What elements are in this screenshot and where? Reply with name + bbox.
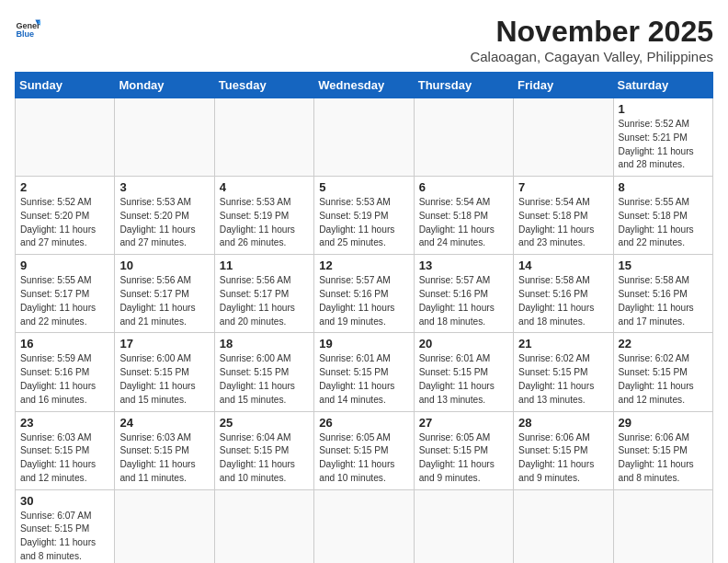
cell-content: Sunrise: 6:07 AM Sunset: 5:15 PM Dayligh…	[20, 510, 109, 563]
calendar-cell	[115, 489, 214, 563]
day-number: 12	[319, 259, 408, 272]
day-number: 15	[619, 259, 708, 272]
calendar-cell: 13Sunrise: 5:57 AM Sunset: 5:16 PM Dayli…	[414, 255, 513, 333]
calendar-cell: 1Sunrise: 5:52 AM Sunset: 5:21 PM Daylig…	[613, 98, 712, 177]
cell-content: Sunrise: 6:04 AM Sunset: 5:15 PM Dayligh…	[220, 431, 309, 486]
calendar-cell: 27Sunrise: 6:05 AM Sunset: 5:15 PM Dayli…	[414, 411, 513, 489]
header: General Blue November 2025 Calaoagan, Ca…	[15, 15, 713, 64]
calendar-cell: 29Sunrise: 6:06 AM Sunset: 5:15 PM Dayli…	[613, 411, 712, 489]
cell-content: Sunrise: 6:05 AM Sunset: 5:15 PM Dayligh…	[319, 431, 408, 486]
calendar-cell	[514, 98, 613, 177]
cell-content: Sunrise: 5:56 AM Sunset: 5:17 PM Dayligh…	[119, 274, 209, 328]
calendar-cell: 12Sunrise: 5:57 AM Sunset: 5:16 PM Dayli…	[314, 255, 414, 333]
cell-content: Sunrise: 6:06 AM Sunset: 5:15 PM Dayligh…	[518, 431, 608, 486]
weekday-wednesday: Wednesday	[314, 73, 414, 98]
cell-content: Sunrise: 6:00 AM Sunset: 5:15 PM Dayligh…	[119, 352, 209, 407]
calendar-cell: 2Sunrise: 5:52 AM Sunset: 5:20 PM Daylig…	[16, 177, 115, 255]
day-number: 4	[220, 180, 309, 194]
day-number: 10	[119, 259, 209, 272]
day-number: 28	[518, 416, 608, 430]
day-number: 24	[119, 416, 209, 430]
calendar-cell: 4Sunrise: 5:53 AM Sunset: 5:19 PM Daylig…	[214, 177, 313, 255]
month-title: November 2025	[470, 15, 713, 49]
cell-content: Sunrise: 5:54 AM Sunset: 5:18 PM Dayligh…	[518, 196, 608, 250]
week-row-5: 23Sunrise: 6:03 AM Sunset: 5:15 PM Dayli…	[16, 411, 713, 489]
week-row-1: 1Sunrise: 5:52 AM Sunset: 5:21 PM Daylig…	[16, 98, 713, 177]
calendar-cell	[613, 489, 712, 563]
cell-content: Sunrise: 6:05 AM Sunset: 5:15 PM Dayligh…	[419, 431, 508, 486]
day-number: 17	[119, 337, 209, 350]
cell-content: Sunrise: 5:52 AM Sunset: 5:20 PM Dayligh…	[20, 196, 109, 250]
day-number: 26	[319, 416, 408, 430]
day-number: 30	[20, 494, 109, 508]
weekday-sunday: Sunday	[16, 73, 115, 98]
day-number: 22	[619, 337, 708, 350]
title-area: November 2025 Calaoagan, Cagayan Valley,…	[470, 15, 713, 64]
calendar-cell: 10Sunrise: 5:56 AM Sunset: 5:17 PM Dayli…	[115, 255, 214, 333]
cell-content: Sunrise: 5:53 AM Sunset: 5:19 PM Dayligh…	[220, 196, 309, 250]
day-number: 29	[619, 416, 708, 430]
cell-content: Sunrise: 5:59 AM Sunset: 5:16 PM Dayligh…	[20, 352, 109, 407]
day-number: 25	[220, 416, 309, 430]
logo-icon: General Blue	[15, 15, 40, 40]
week-row-4: 16Sunrise: 5:59 AM Sunset: 5:16 PM Dayli…	[16, 333, 713, 411]
calendar-cell: 5Sunrise: 5:53 AM Sunset: 5:19 PM Daylig…	[314, 177, 414, 255]
calendar-cell	[314, 489, 414, 563]
calendar-cell: 30Sunrise: 6:07 AM Sunset: 5:15 PM Dayli…	[16, 489, 115, 563]
day-number: 5	[319, 180, 408, 194]
calendar-cell: 14Sunrise: 5:58 AM Sunset: 5:16 PM Dayli…	[514, 255, 613, 333]
cell-content: Sunrise: 6:02 AM Sunset: 5:15 PM Dayligh…	[619, 352, 708, 407]
calendar-cell: 6Sunrise: 5:54 AM Sunset: 5:18 PM Daylig…	[414, 177, 513, 255]
calendar-cell: 16Sunrise: 5:59 AM Sunset: 5:16 PM Dayli…	[16, 333, 115, 411]
cell-content: Sunrise: 6:03 AM Sunset: 5:15 PM Dayligh…	[20, 431, 109, 486]
calendar: SundayMondayTuesdayWednesdayThursdayFrid…	[15, 72, 713, 563]
calendar-cell: 23Sunrise: 6:03 AM Sunset: 5:15 PM Dayli…	[16, 411, 115, 489]
calendar-body: 1Sunrise: 5:52 AM Sunset: 5:21 PM Daylig…	[16, 98, 713, 564]
day-number: 18	[220, 337, 309, 350]
weekday-header-row: SundayMondayTuesdayWednesdayThursdayFrid…	[16, 73, 713, 98]
cell-content: Sunrise: 5:53 AM Sunset: 5:20 PM Dayligh…	[119, 196, 209, 250]
calendar-cell: 8Sunrise: 5:55 AM Sunset: 5:18 PM Daylig…	[613, 177, 712, 255]
cell-content: Sunrise: 5:57 AM Sunset: 5:16 PM Dayligh…	[419, 274, 508, 328]
day-number: 3	[119, 180, 209, 194]
cell-content: Sunrise: 5:56 AM Sunset: 5:17 PM Dayligh…	[220, 274, 309, 328]
location-title: Calaoagan, Cagayan Valley, Philippines	[470, 49, 713, 64]
week-row-3: 9Sunrise: 5:55 AM Sunset: 5:17 PM Daylig…	[16, 255, 713, 333]
day-number: 1	[619, 102, 708, 116]
day-number: 6	[419, 180, 508, 194]
day-number: 21	[518, 337, 608, 350]
day-number: 8	[619, 180, 708, 194]
day-number: 11	[220, 259, 309, 272]
logo: General Blue	[15, 15, 40, 40]
day-number: 16	[20, 337, 109, 350]
cell-content: Sunrise: 5:53 AM Sunset: 5:19 PM Dayligh…	[319, 196, 408, 250]
calendar-cell	[414, 98, 513, 177]
cell-content: Sunrise: 5:54 AM Sunset: 5:18 PM Dayligh…	[419, 196, 508, 250]
calendar-cell: 7Sunrise: 5:54 AM Sunset: 5:18 PM Daylig…	[514, 177, 613, 255]
day-number: 14	[518, 259, 608, 272]
calendar-cell: 26Sunrise: 6:05 AM Sunset: 5:15 PM Dayli…	[314, 411, 414, 489]
calendar-cell: 19Sunrise: 6:01 AM Sunset: 5:15 PM Dayli…	[314, 333, 414, 411]
calendar-cell	[115, 98, 214, 177]
weekday-friday: Friday	[514, 73, 613, 98]
calendar-cell: 9Sunrise: 5:55 AM Sunset: 5:17 PM Daylig…	[16, 255, 115, 333]
calendar-cell: 22Sunrise: 6:02 AM Sunset: 5:15 PM Dayli…	[613, 333, 712, 411]
week-row-6: 30Sunrise: 6:07 AM Sunset: 5:15 PM Dayli…	[16, 489, 713, 563]
calendar-cell	[414, 489, 513, 563]
svg-text:Blue: Blue	[16, 29, 34, 39]
cell-content: Sunrise: 6:01 AM Sunset: 5:15 PM Dayligh…	[319, 352, 408, 407]
calendar-cell	[314, 98, 414, 177]
calendar-cell	[214, 489, 313, 563]
cell-content: Sunrise: 5:58 AM Sunset: 5:16 PM Dayligh…	[518, 274, 608, 328]
weekday-saturday: Saturday	[613, 73, 712, 98]
calendar-cell: 17Sunrise: 6:00 AM Sunset: 5:15 PM Dayli…	[115, 333, 214, 411]
calendar-cell: 15Sunrise: 5:58 AM Sunset: 5:16 PM Dayli…	[613, 255, 712, 333]
cell-content: Sunrise: 5:55 AM Sunset: 5:17 PM Dayligh…	[20, 274, 109, 328]
cell-content: Sunrise: 5:55 AM Sunset: 5:18 PM Dayligh…	[619, 196, 708, 250]
week-row-2: 2Sunrise: 5:52 AM Sunset: 5:20 PM Daylig…	[16, 177, 713, 255]
calendar-cell: 18Sunrise: 6:00 AM Sunset: 5:15 PM Dayli…	[214, 333, 313, 411]
day-number: 9	[20, 259, 109, 272]
cell-content: Sunrise: 5:58 AM Sunset: 5:16 PM Dayligh…	[619, 274, 708, 328]
calendar-cell: 28Sunrise: 6:06 AM Sunset: 5:15 PM Dayli…	[514, 411, 613, 489]
calendar-cell	[214, 98, 313, 177]
